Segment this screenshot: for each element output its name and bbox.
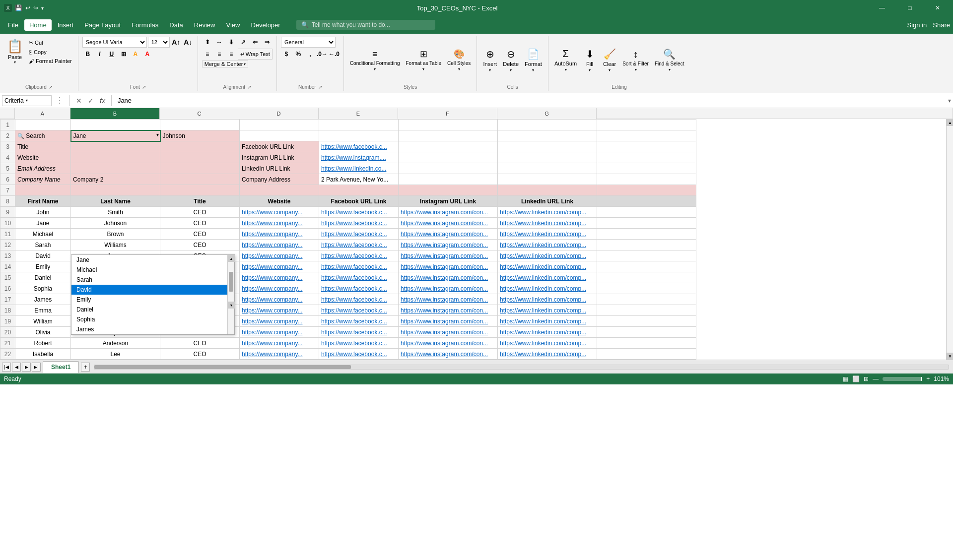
cell-g20[interactable]: https://www.linkedin.com/comp... [498,327,597,338]
cell-e2[interactable] [319,130,399,141]
cell-d19[interactable]: https://www.company... [240,316,319,327]
tell-me-search[interactable]: 🔍 Tell me what you want to do... [296,20,435,30]
cell-f22[interactable]: https://www.instagram.com/con... [399,349,498,360]
menu-file[interactable]: File [3,19,23,31]
cell-f17[interactable]: https://www.instagram.com/con... [399,294,498,305]
cell-a19[interactable]: William [15,316,71,327]
align-left-button[interactable]: ≡ [202,49,213,60]
cell-f14[interactable]: https://www.instagram.com/con... [399,261,498,272]
cell-g3[interactable] [498,141,597,152]
cell-a17[interactable]: James [15,294,71,305]
cell-g1[interactable] [498,120,597,130]
cell-overflow20[interactable] [597,327,696,338]
insert-button[interactable]: ⊕ Insert ▾ [481,47,499,73]
menu-formulas[interactable]: Formulas [127,19,163,31]
formula-expand-icon[interactable]: ▾ [948,97,951,104]
cell-a12[interactable]: Sarah [15,240,71,250]
cell-overflow11[interactable] [597,229,696,240]
font-family-select[interactable]: Segoe UI Varia [82,37,147,48]
cell-g12[interactable]: https://www.linkedin.com/comp... [498,240,597,250]
cell-e22[interactable]: https://www.facebook.c... [319,349,399,360]
cell-overflow3[interactable] [597,141,696,152]
col-header-c[interactable]: C [160,108,239,119]
sheet-last-button[interactable]: ▶| [32,363,41,372]
indent-decrease-button[interactable]: ⇐ [250,37,261,48]
cell-g22[interactable]: https://www.linkedin.com/comp... [498,349,597,360]
cell-g11[interactable]: https://www.linkedin.com/comp... [498,229,597,240]
zoom-slider[interactable] [883,377,922,381]
scroll-up-button[interactable]: ▲ [947,119,953,126]
cell-f19[interactable]: https://www.instagram.com/con... [399,316,498,327]
cell-a1[interactable] [15,120,71,130]
cell-c21[interactable]: CEO [160,338,240,349]
cell-f21[interactable]: https://www.instagram.com/con... [399,338,498,349]
cell-f2[interactable] [399,130,498,141]
cell-c11[interactable]: CEO [160,229,240,240]
cell-overflow22[interactable] [597,349,696,360]
bold-button[interactable]: B [82,49,93,60]
cell-b10[interactable]: Johnson [71,218,160,229]
cell-b21[interactable]: Anderson [71,338,160,349]
cell-overflow16[interactable] [597,283,696,294]
cell-e12[interactable]: https://www.facebook.c... [319,240,399,250]
name-box[interactable]: Criteria ▾ [2,95,52,106]
font-decrease-button[interactable]: A↓ [183,37,194,48]
cell-d5[interactable]: LinkedIn URL Link [240,163,319,174]
cell-a11[interactable]: Michael [15,229,71,240]
cell-d10[interactable]: https://www.company... [240,218,319,229]
font-color-button[interactable]: A [142,49,153,60]
cell-overflow9[interactable] [597,207,696,218]
cell-d16[interactable]: https://www.company... [240,283,319,294]
cell-e19[interactable]: https://www.facebook.c... [319,316,399,327]
paste-button[interactable]: 📋 Paste ▾ [4,37,26,66]
cell-e21[interactable]: https://www.facebook.c... [319,338,399,349]
cell-a21[interactable]: Robert [15,338,71,349]
fill-button[interactable]: ⬇ Fill ▾ [581,47,599,73]
col-header-e[interactable]: E [319,108,398,119]
cut-button[interactable]: ✂ Cut [27,39,74,47]
cell-f11[interactable]: https://www.instagram.com/con... [399,229,498,240]
cell-f6[interactable] [399,174,498,185]
normal-view-button[interactable]: ▦ [843,375,848,382]
align-bottom-button[interactable]: ⬇ [226,37,237,48]
dropdown-trigger-b2[interactable]: ▾ [156,132,159,137]
cell-g18[interactable]: https://www.linkedin.com/comp... [498,305,597,316]
cell-b3[interactable] [71,141,160,152]
dropdown-item-sophia[interactable]: Sophia [71,314,234,324]
cell-b22[interactable]: Lee [71,349,160,360]
cell-d3[interactable]: Facebook URL Link [240,141,319,152]
add-sheet-button[interactable]: + [81,363,90,372]
cell-a2[interactable]: 🔍 Search [15,130,71,141]
cell-d17[interactable]: https://www.company... [240,294,319,305]
cell-b11[interactable]: Brown [71,229,160,240]
text-direction-button[interactable]: ↗ [238,37,249,48]
close-button[interactable]: ✕ [926,0,949,16]
alignment-expand-icon[interactable]: ↗ [247,84,251,90]
sort-filter-button[interactable]: ↕ Sort & Filter ▾ [620,48,651,73]
cell-g2[interactable] [498,130,597,141]
align-center-button[interactable]: ≡ [214,49,225,60]
col-header-f[interactable]: F [398,108,497,119]
cell-g6[interactable] [498,174,597,185]
merge-center-button[interactable]: Merge & Center ▾ [202,61,249,67]
italic-button[interactable]: I [94,49,105,60]
cell-overflow15[interactable] [597,272,696,283]
cell-e5[interactable]: https://www.linkedin.co... [319,163,399,174]
cell-e14[interactable]: https://www.facebook.c... [319,261,399,272]
cell-f15[interactable]: https://www.instagram.com/con... [399,272,498,283]
cell-f9[interactable]: https://www.instagram.com/con... [399,207,498,218]
cell-e20[interactable]: https://www.facebook.c... [319,327,399,338]
cell-e7[interactable] [319,185,399,196]
cell-overflow12[interactable] [597,240,696,250]
cell-b12[interactable]: Williams [71,240,160,250]
cell-g10[interactable]: https://www.linkedin.com/comp... [498,218,597,229]
cell-e8[interactable]: Facebook URL Link [319,196,399,207]
cell-b4[interactable] [71,152,160,163]
share-button[interactable]: Share [933,21,950,29]
cell-b5[interactable] [71,163,160,174]
cell-d20[interactable]: https://www.company... [240,327,319,338]
cell-b8[interactable]: Last Name [71,196,160,207]
cell-d7[interactable] [240,185,319,196]
cell-a13[interactable]: David [15,250,71,261]
cell-d18[interactable]: https://www.company... [240,305,319,316]
